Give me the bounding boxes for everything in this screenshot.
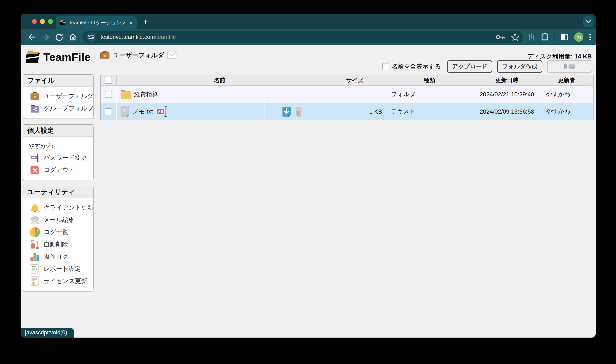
sidebar-item-change-password[interactable]: パスワード変更 bbox=[23, 152, 93, 164]
table-row-file[interactable]: T メモ.txt AB bbox=[101, 103, 593, 120]
section-title: ユーティリティ bbox=[23, 186, 93, 198]
url-text[interactable]: testdrive.teamfile.com/teamfile bbox=[101, 34, 492, 40]
sidebar-section-personal: 個人設定 やすかわ パスワード変更 bbox=[23, 124, 93, 180]
sidebar-item-label: パスワード変更 bbox=[43, 154, 87, 162]
sidebar-item-label: グループフォルダ bbox=[43, 104, 93, 113]
side-panel-icon[interactable] bbox=[560, 33, 569, 41]
column-size[interactable]: サイズ bbox=[323, 75, 387, 86]
row-actions bbox=[264, 103, 323, 120]
sidebar-item-logout[interactable]: ログアウト bbox=[23, 164, 93, 176]
row-checkbox[interactable] bbox=[105, 108, 112, 115]
zoom-window-button[interactable] bbox=[48, 19, 53, 24]
forward-button[interactable] bbox=[41, 33, 50, 41]
sidebar-item-label: ログアウト bbox=[43, 166, 75, 174]
column-name[interactable]: 名前 bbox=[116, 75, 323, 86]
table-row-folder[interactable]: 経費精算 フォルダ 2024/02/21 10:29:40 やすかわ bbox=[101, 86, 593, 103]
file-updater: やすかわ bbox=[542, 86, 591, 103]
close-window-button[interactable] bbox=[32, 19, 37, 24]
sidebar-item-label: ログ一覧 bbox=[43, 228, 68, 236]
window-controls bbox=[32, 19, 53, 24]
teamfile-logo[interactable]: TeamFile bbox=[25, 50, 91, 64]
select-all-cell bbox=[101, 75, 116, 86]
sidebar-item-user-folder[interactable]: ユーザーフォルダ bbox=[23, 90, 93, 102]
briefcase-icon bbox=[30, 91, 40, 101]
tab-search-button[interactable] bbox=[583, 16, 593, 27]
file-size: 1 KB bbox=[323, 103, 387, 120]
file-name[interactable]: 経費精算 bbox=[134, 90, 158, 98]
create-folder-button[interactable]: フォルダ作成 bbox=[497, 60, 542, 73]
sidebar-item-log-list[interactable]: ログ一覧 bbox=[23, 226, 93, 238]
reload-button[interactable] bbox=[55, 33, 64, 41]
disk-usage-label: ディスク利用量: 14 KB bbox=[527, 52, 592, 61]
teamfile-favicon-icon bbox=[60, 20, 66, 25]
section-title: 個人設定 bbox=[23, 125, 93, 137]
site-settings-button[interactable] bbox=[86, 32, 96, 42]
column-updater[interactable]: 更新者 bbox=[542, 75, 591, 86]
bookmark-star-icon[interactable] bbox=[511, 33, 519, 41]
file-type: テキスト bbox=[387, 103, 472, 120]
tab-teamfile[interactable]: TeamFile ロケーションメニュー × bbox=[56, 16, 137, 29]
back-arrow-icon bbox=[28, 33, 36, 41]
svg-text:T: T bbox=[123, 108, 127, 113]
new-tab-button[interactable]: + bbox=[142, 18, 149, 26]
mail-icon bbox=[30, 215, 40, 225]
download-icon[interactable] bbox=[282, 106, 291, 117]
show-names-checkbox[interactable] bbox=[382, 63, 389, 70]
rename-icon[interactable]: AB bbox=[156, 106, 168, 117]
delete-button[interactable]: 削除 bbox=[547, 60, 592, 73]
home-button[interactable] bbox=[68, 33, 77, 41]
sidebar-item-label: ユーザーフォルダ bbox=[43, 92, 93, 100]
sidebar-item-license-update[interactable]: ライセンス更新 bbox=[23, 275, 93, 287]
browser-menu-icon[interactable] bbox=[589, 33, 591, 41]
bell-icon bbox=[30, 203, 40, 213]
upload-button[interactable]: アップロード bbox=[447, 60, 492, 73]
password-icon bbox=[30, 153, 40, 163]
logout-icon bbox=[30, 165, 40, 175]
folder-icon bbox=[120, 89, 131, 100]
sidebar-item-mail-edit[interactable]: メール編集 bbox=[23, 214, 93, 226]
file-modified: 2024/02/21 10:29:40 bbox=[472, 86, 542, 103]
logo-text: TeamFile bbox=[43, 51, 91, 63]
file-type: フォルダ bbox=[387, 86, 472, 103]
toolbar-controls: 名前を全表示する アップロード フォルダ作成 削除 bbox=[382, 60, 592, 73]
file-name[interactable]: メモ.txt bbox=[133, 107, 153, 116]
status-bar-link-preview: javascript:void(0); bbox=[21, 328, 74, 338]
sidebar-item-client-update[interactable]: クライアント更新 bbox=[23, 202, 93, 214]
tab-close-icon[interactable]: × bbox=[129, 20, 133, 26]
sidebar: ファイル ユーザーフォルダ bbox=[23, 74, 93, 297]
url-path: /teamfile bbox=[155, 34, 176, 40]
column-type[interactable]: 種類 bbox=[387, 75, 472, 86]
show-names-label: 名前を全表示する bbox=[392, 62, 441, 71]
sidebar-item-label: クライアント更新 bbox=[43, 204, 93, 212]
file-updater: やすかわ bbox=[542, 103, 591, 120]
chevron-down-icon bbox=[586, 20, 591, 23]
mail-notify-icon[interactable] bbox=[167, 51, 177, 59]
file-table: 名前 サイズ 種類 更新日時 更新者 bbox=[100, 75, 593, 120]
breadcrumb: ユーザーフォルダ bbox=[100, 50, 177, 60]
sidebar-item-report-settings[interactable]: レポート設定 bbox=[23, 263, 93, 275]
password-key-icon[interactable] bbox=[496, 33, 505, 41]
row-checkbox[interactable] bbox=[105, 91, 112, 98]
sidebar-item-group-folder[interactable]: グループフォルダ bbox=[23, 102, 93, 115]
sidebar-item-operation-log[interactable]: 操作ログ bbox=[23, 250, 93, 263]
extensions-puzzle-icon[interactable] bbox=[541, 33, 549, 41]
sidebar-section-files: ファイル ユーザーフォルダ bbox=[23, 74, 93, 119]
tab-title: TeamFile ロケーションメニュー bbox=[69, 19, 126, 26]
trash-icon[interactable] bbox=[294, 106, 304, 117]
url-host: testdrive.teamfile.com bbox=[101, 34, 155, 40]
page-header: TeamFile ユーザーフォルダ ディスク利用量: 14 KB 名前を bbox=[21, 45, 596, 74]
profile-avatar[interactable]: m bbox=[574, 32, 583, 42]
sidebar-item-label: 操作ログ bbox=[43, 252, 68, 261]
license-icon bbox=[30, 276, 40, 286]
back-button[interactable] bbox=[27, 33, 36, 41]
sidebar-item-auto-delete[interactable]: 自動削除 bbox=[23, 238, 93, 250]
bar-chart-icon bbox=[30, 252, 40, 262]
column-modified[interactable]: 更新日時 bbox=[472, 75, 542, 86]
select-all-checkbox[interactable] bbox=[105, 77, 112, 84]
avatar-letter: m bbox=[577, 34, 581, 40]
address-bar[interactable]: testdrive.teamfile.com/teamfile bbox=[83, 31, 523, 43]
forward-arrow-icon bbox=[41, 33, 50, 41]
minimize-window-button[interactable] bbox=[40, 19, 45, 24]
tab-organizer-icon[interactable] bbox=[527, 33, 535, 41]
browser-window: TeamFile ロケーションメニュー × + bbox=[21, 14, 596, 338]
